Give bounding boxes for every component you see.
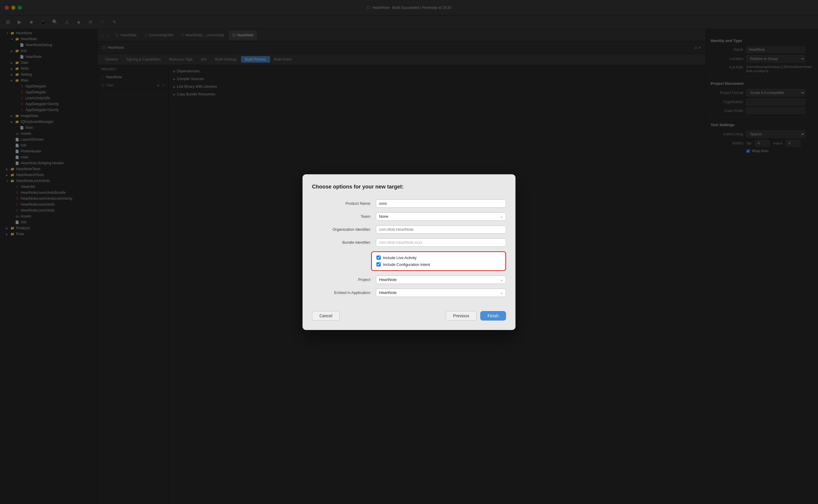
bundle-identifier-row: Bundle Identifier:	[312, 238, 506, 247]
org-identifier-row: Organization Identifier:	[312, 225, 506, 234]
team-label: Team:	[312, 214, 371, 219]
include-live-activity-label: Include Live Activity	[383, 256, 416, 260]
include-config-intent-checkbox[interactable]	[376, 262, 381, 266]
finish-button[interactable]: Finish	[480, 311, 506, 321]
bundle-identifier-input[interactable]	[376, 238, 506, 247]
modal-title: Choose options for your new target:	[312, 184, 506, 190]
project-row: Project: HeartNote	[312, 276, 506, 284]
project-select[interactable]: HeartNote	[376, 276, 506, 284]
product-name-label: Product Name:	[312, 201, 371, 206]
options-checkbox-group: Include Live Activity Include Configurat…	[371, 251, 506, 271]
org-identifier-label: Organization Identifier:	[312, 227, 371, 232]
include-config-intent-label: Include Configuration Intent	[383, 262, 430, 267]
modal-form: Product Name: Team: None Organization Id…	[312, 199, 506, 302]
previous-button[interactable]: Previous	[446, 311, 476, 321]
include-live-activity-checkbox[interactable]	[376, 256, 381, 260]
embed-label: Embed in Application:	[312, 290, 371, 295]
team-row: Team: None	[312, 212, 506, 221]
org-identifier-input[interactable]	[376, 225, 506, 234]
include-config-intent-row: Include Configuration Intent	[376, 262, 501, 267]
product-name-input[interactable]	[376, 199, 506, 208]
team-select[interactable]: None	[376, 212, 506, 221]
product-name-row: Product Name:	[312, 199, 506, 208]
embed-select[interactable]: HeartNote	[376, 289, 506, 297]
cancel-button[interactable]: Cancel	[312, 311, 340, 321]
project-select-wrapper: HeartNote	[376, 276, 506, 284]
modal-buttons: Cancel Previous Finish	[312, 311, 506, 321]
new-target-modal: Choose options for your new target: Prod…	[303, 174, 515, 330]
modal-overlay: Choose options for your new target: Prod…	[0, 0, 818, 504]
embed-row: Embed in Application: HeartNote	[312, 289, 506, 297]
team-select-wrapper: None	[376, 212, 506, 221]
project-label: Project:	[312, 277, 371, 282]
bundle-identifier-label: Bundle Identifier:	[312, 240, 371, 245]
embed-select-wrapper: HeartNote	[376, 289, 506, 297]
modal-btn-group: Previous Finish	[446, 311, 506, 321]
include-live-activity-row: Include Live Activity	[376, 256, 501, 260]
